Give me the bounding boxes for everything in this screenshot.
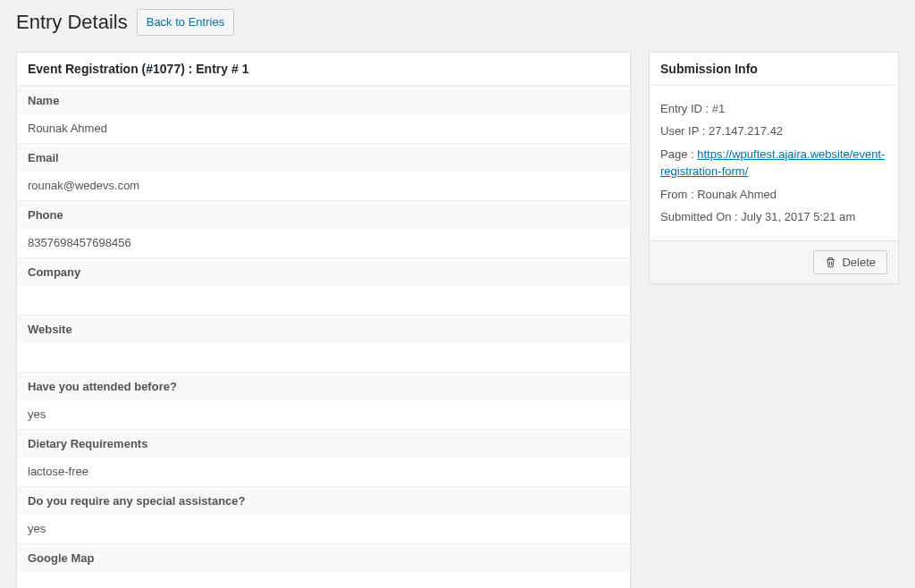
user-ip-label: User IP : (660, 124, 709, 138)
submitted-label: Submitted On : (660, 210, 741, 223)
submitted-row: Submitted On : July 31, 2017 5:21 am (660, 208, 887, 226)
user-ip-value: 27.147.217.42 (709, 124, 783, 138)
field-value: , (17, 572, 630, 589)
field-label: Name (17, 86, 630, 114)
submission-info-body: Entry ID : #1 User IP : 27.147.217.42 Pa… (650, 86, 898, 240)
field-value (17, 286, 630, 315)
trash-icon (825, 256, 836, 268)
page-label: Page : (660, 147, 697, 161)
from-row: From : Rounak Ahmed (660, 186, 887, 204)
delete-button[interactable]: Delete (813, 250, 887, 274)
from-value: Rounak Ahmed (697, 188, 776, 201)
field-label: Have you attended before? (17, 372, 630, 400)
field-value: 8357698457698456 (17, 229, 630, 257)
submission-info-footer: Delete (650, 240, 898, 283)
submitted-value: July 31, 2017 5:21 am (741, 210, 855, 223)
field-value: Rounak Ahmed (17, 114, 630, 143)
field-value: yes (17, 400, 630, 429)
field-label: Email (17, 143, 630, 172)
fields-container: NameRounak AhmedEmailrounak@wedevs.comPh… (17, 86, 630, 589)
delete-button-label: Delete (842, 256, 876, 269)
submission-info-title: Submission Info (650, 53, 898, 86)
back-to-entries-button[interactable]: Back to Entries (137, 9, 234, 36)
page-row: Page : https://wpuftest.ajaira.website/e… (660, 146, 887, 181)
submission-info-box: Submission Info Entry ID : #1 User IP : … (649, 52, 899, 284)
field-label: Dietary Requirements (17, 429, 630, 458)
page-title: Entry Details (16, 11, 128, 34)
user-ip-row: User IP : 27.147.217.42 (660, 122, 887, 140)
entry-details-box: Event Registration (#1077) : Entry # 1 N… (16, 52, 631, 589)
field-value: lactose-free (17, 458, 630, 486)
field-label: Company (17, 257, 630, 286)
field-value: rounak@wedevs.com (17, 172, 630, 200)
field-label: Do you require any special assistance? (17, 486, 630, 515)
entry-id-row: Entry ID : #1 (660, 100, 887, 118)
field-value: yes (17, 515, 630, 543)
page-header: Entry Details Back to Entries (16, 9, 899, 36)
entry-box-title: Event Registration (#1077) : Entry # 1 (17, 53, 630, 86)
entry-id-label: Entry ID : (660, 102, 712, 115)
field-value (17, 343, 630, 372)
field-label: Website (17, 315, 630, 343)
entry-id-value: #1 (712, 102, 725, 115)
field-label: Phone (17, 200, 630, 229)
from-label: From : (660, 188, 697, 201)
field-label: Google Map (17, 543, 630, 572)
